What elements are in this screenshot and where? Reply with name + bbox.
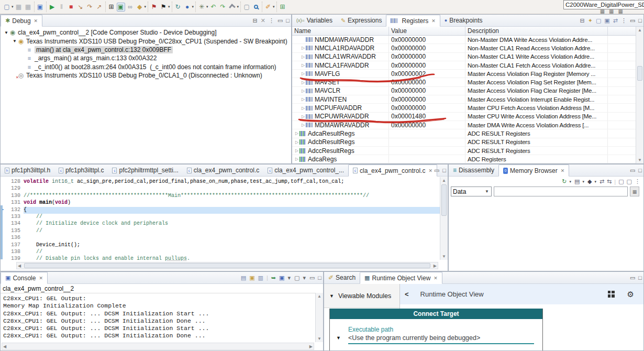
save-memory-icon[interactable]: ▤	[574, 178, 580, 185]
debug-tree-row[interactable]: ▼◉Texas Instruments XDS110 USB Debug Pro…	[1, 37, 291, 45]
tab-pfc1ph3ilttpl-c[interactable]: cpfc1ph3ilttpl.c	[54, 164, 108, 176]
link-icon[interactable]: ⇄	[613, 18, 618, 24]
maximize-icon[interactable]: □	[638, 275, 642, 281]
tab-variables[interactable]: (x)=Variables	[292, 15, 337, 26]
blue-dot-icon[interactable]: ●	[183, 3, 192, 12]
tab-runtime-object-view[interactable]: ▦Runtime Object View✕	[360, 272, 442, 284]
column-value[interactable]: Value	[389, 27, 465, 35]
debug-config-icon[interactable]: ✳	[197, 3, 206, 12]
tab-pfc1ph3ilttpl-h[interactable]: hpfc1ph3ilttpl.h	[1, 164, 54, 176]
maximize-icon[interactable]: □	[638, 168, 642, 173]
maximize-icon[interactable]: □	[286, 18, 290, 24]
register-row[interactable]: ▷MDMAWRAVADDR0x00000000Master DMA Write …	[292, 121, 636, 129]
debug-tree-row[interactable]: ▼◉cla_ex4_pwm_control__2 [Code Composer …	[1, 28, 291, 37]
pause-icon[interactable]: ‖	[58, 3, 66, 12]
column-description[interactable]: Description	[465, 27, 608, 35]
close-icon[interactable]: ✕	[34, 18, 38, 24]
tab-pfc2philtrmttpl-setti-[interactable]: cpfc2philtrmttpl_setti...	[108, 164, 182, 176]
register-row[interactable]: ▷MAVCLR0x00000000Master Access Violation…	[292, 87, 636, 95]
maximize-icon[interactable]: □	[318, 275, 321, 281]
register-row[interactable]: ▷MCPUFAVADDR0x00000000Master CPU Fetch A…	[292, 104, 636, 112]
column-name[interactable]: Name	[292, 27, 389, 35]
resume-icon[interactable]: ▶	[48, 3, 57, 12]
layout-grid-icon[interactable]	[608, 291, 615, 298]
executable-path-value[interactable]: <Use the program currently being debugge…	[348, 334, 480, 342]
tab-cla-ex4-pwm-control-c[interactable]: ccla_ex4_pwm_control.c	[183, 164, 263, 176]
scroll-up-icon[interactable]: ▲	[636, 28, 643, 32]
run-external-icon[interactable]: ✐	[264, 3, 272, 12]
debug-tree-row[interactable]: ≡_c_int00() at boot28.asm:264 0x00A315 (…	[1, 63, 291, 71]
minimize-icon[interactable]: ▭	[630, 18, 635, 24]
remove-terminated-icon[interactable]: ✕	[261, 18, 265, 24]
minimize-icon[interactable]: ▭	[630, 168, 635, 173]
memory-space-select[interactable]: Data ▼	[451, 187, 492, 196]
register-row[interactable]: ▷MCPUWRAVADDR0x00001480Master CPU Write …	[292, 113, 636, 121]
tab-expressions[interactable]: ✎Expressions	[337, 15, 386, 26]
tab-debug[interactable]: ✱ Debug ✕	[1, 15, 42, 27]
view-menu-icon[interactable]: ⋮	[621, 18, 627, 24]
scroll-down-icon[interactable]: ▼	[636, 158, 643, 162]
code-editor[interactable]: 128volatile int16_t ac_sign_pre,period_c…	[1, 177, 440, 271]
word-wrap-icon[interactable]: ▥	[258, 275, 263, 281]
register-row[interactable]: ▷NMCLA1RDAVADDR0x00000000Non-Master CLA1…	[292, 44, 636, 52]
register-row[interactable]: ▷NMCLA1FAVADDR0x00000000Non-Master CLA1 …	[292, 61, 636, 70]
refresh-icon[interactable]: ↻	[562, 178, 567, 185]
redo-green-icon[interactable]: ↷	[219, 3, 227, 12]
console-hscrollbar[interactable]: ◀ ▶	[2, 343, 314, 350]
highlight-window-icon[interactable]: ▣	[117, 3, 125, 12]
minimize-icon[interactable]: ▭	[309, 275, 315, 281]
tab-console[interactable]: ▣ Console ✕	[1, 272, 48, 284]
register-row[interactable]: ▷MAVFLG0x00000002Master Access Violation…	[292, 70, 636, 78]
close-icon[interactable]: ✕	[561, 168, 565, 173]
view-menu-icon[interactable]: ⋮	[635, 178, 640, 185]
maximize-icon[interactable]: □	[442, 168, 446, 173]
debug-tree-row[interactable]: ≡main() at cla_ex4_pwm_control.c:132 0x0…	[1, 46, 291, 54]
clear-console-icon[interactable]: ▤	[241, 275, 246, 281]
tab-memory-browser[interactable]: 0Memory Browser✕	[498, 164, 569, 177]
restart-icon[interactable]: ↻	[174, 3, 182, 12]
tab-registers[interactable]: Registers✕	[386, 15, 440, 27]
register-row[interactable]: ▷MAVSET0x00000000Master Access Violation…	[292, 78, 636, 86]
step-return-icon[interactable]: ↗	[95, 3, 104, 12]
profile-icon[interactable]: ◆	[136, 3, 144, 12]
stop-icon[interactable]: ■	[67, 3, 75, 12]
gear-icon[interactable]: ⚙	[627, 290, 634, 299]
collapse-all-icon[interactable]: ⊟	[580, 18, 584, 24]
viewable-modules-header[interactable]: ▼ Viewable Modules	[324, 284, 399, 308]
save-all-icon[interactable]: ▦	[24, 3, 32, 12]
open-console-icon[interactable]: ▢	[294, 275, 299, 281]
build-icon[interactable]	[228, 3, 237, 12]
close-icon[interactable]: ✕	[431, 18, 436, 24]
save-icon[interactable]: ▦	[15, 3, 23, 12]
maximize-icon[interactable]: □	[638, 18, 642, 24]
pin-console-icon[interactable]: ➥	[271, 275, 276, 281]
new-tab2-icon[interactable]: ▢	[627, 178, 632, 185]
debug-tree-row[interactable]: ≡_args_main() at args_main.c:133 0x00A32…	[1, 54, 291, 62]
register-row[interactable]: ▷AdccResultRegsADC RESULT Registers	[292, 147, 636, 155]
tab-disassembly[interactable]: ≡Disassembly	[449, 164, 498, 176]
new-tab-icon[interactable]: ▢	[618, 178, 624, 185]
new-view-icon[interactable]: ▢	[596, 18, 601, 24]
debug-tree-row[interactable]: ◎✕Texas Instruments XDS110 USB Debug Pro…	[1, 71, 291, 80]
flag-red-icon[interactable]: ⚑	[150, 3, 158, 12]
link2-icon[interactable]: ⇆	[607, 178, 612, 185]
back-chevron-icon[interactable]: <	[405, 290, 409, 298]
collapse-all-icon[interactable]: ⊟	[253, 18, 258, 24]
gold-icon[interactable]: ✦	[588, 18, 593, 24]
minimize-icon[interactable]: ▭	[277, 18, 283, 24]
editor-vscrollbar[interactable]: ▲ ▼	[440, 177, 448, 260]
editor-hscrollbar[interactable]: ◀ ▶	[16, 262, 438, 269]
new-wizard-icon[interactable]: ▢	[3, 3, 11, 12]
register-row[interactable]: NMDMAWRAVADDR0x00000000Non-Master DMA Wr…	[292, 36, 636, 44]
tab-search[interactable]: ✐Search	[324, 272, 360, 283]
close-icon[interactable]: ✕	[434, 276, 438, 281]
tab-cla-ex4-pwm-control-c[interactable]: ccla_ex4_pwm_control.c✕	[348, 164, 437, 177]
debug-window-icon[interactable]: ▣	[36, 3, 45, 12]
memory-go-button[interactable]: ▦	[630, 187, 639, 196]
undo-green-icon[interactable]: ↶	[209, 3, 218, 12]
register-row[interactable]: ▷AdcbResultRegsADC RESULT Registers	[292, 138, 636, 147]
registers-vscrollbar[interactable]: ▲ ▼	[636, 27, 643, 163]
pin-view-icon[interactable]: ▣	[604, 18, 609, 24]
memory-address-input[interactable]	[494, 187, 628, 196]
minimize-icon[interactable]: ▭	[434, 168, 439, 173]
